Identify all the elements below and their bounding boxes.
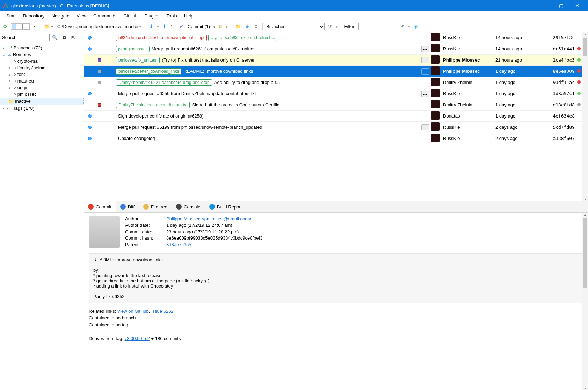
menu-plugins[interactable]: Plugins (142, 13, 162, 19)
author-date-label: Author date: (125, 222, 164, 228)
tab-file-tree[interactable]: File tree (139, 201, 172, 212)
commit-row[interactable]: pmiossec/fix_unittest(Try to) Fix unit t… (84, 55, 588, 66)
github-icon: ○ (13, 58, 16, 64)
menu-start[interactable]: Start (3, 13, 19, 19)
tab-commit[interactable]: Commit (84, 201, 116, 212)
commit-row[interactable]: 5834-skip-grid-refresh-after-navigationa… (84, 32, 588, 43)
commit-row[interactable]: Sign developer certifciate of origin (#6… (84, 111, 588, 122)
author-link[interactable]: Philippe Miossec <pmiossec@gmail.com> (166, 216, 252, 221)
commit-row[interactable]: DmitryZhelnin/fix-6221-dashboard-drag-an… (84, 77, 588, 88)
more-button[interactable]: … (421, 68, 429, 75)
detail-scrollbar[interactable] (582, 213, 588, 390)
layout-buttons[interactable] (11, 23, 30, 30)
branches-filter-icon[interactable]: ⧩ (327, 23, 333, 30)
commit-dropdown[interactable] (213, 24, 215, 29)
pull-icon[interactable]: ⬇ (148, 23, 154, 30)
close-button[interactable]: ✕ (569, 0, 585, 11)
commit-row[interactable]: origin/masterMerge pull request #6261 fr… (84, 43, 588, 55)
commit-row[interactable]: Merge pull request #6259 from DmitryZhel… (84, 88, 588, 99)
cloud-icon: ☁ (7, 52, 12, 57)
refs: 5834-skip-grid-refresh-after-navigationa… (115, 35, 277, 41)
sidebar: Search: 🔍 ⧉ ⇱ ⎇ Branches (72) ☁ Remotes … (0, 32, 84, 390)
more-button[interactable]: … (421, 46, 429, 52)
commit-row[interactable]: Update changelogRussKie2 days agoa338f60… (84, 133, 588, 144)
more-button[interactable]: … (421, 57, 429, 63)
pull-dropdown[interactable] (157, 24, 159, 29)
filter-dropdown[interactable] (408, 24, 410, 29)
repo-path[interactable]: C:\Development\gitextensions\ (57, 24, 122, 29)
minimize-button[interactable]: ─ (537, 0, 553, 11)
menu-navigate[interactable]: Navigate (49, 13, 72, 19)
commit-row[interactable]: Merge pull request #6199 from pmiossec/s… (84, 122, 588, 133)
commit-row[interactable]: pmiossec/better_download_linksREADME: Im… (84, 66, 588, 77)
derives-tag-link[interactable]: v3.00.00-rc2 (125, 336, 150, 341)
search-input[interactable] (20, 34, 50, 41)
cmd-icon[interactable]: ◆ (244, 23, 251, 30)
remote-origin[interactable]: ○origin (0, 84, 84, 91)
tree-inactive[interactable]: 📁 Inactive (0, 98, 84, 105)
hash-cell: e18c8fd8 (546, 102, 576, 107)
parent-link[interactable]: 3d8a57c155 (166, 242, 191, 247)
target-icon[interactable]: ◉ (412, 23, 419, 30)
avatar-cell (431, 89, 442, 98)
ref-tag[interactable]: pmiossec/better_download_links (116, 68, 181, 75)
refresh-icon[interactable]: ⟳ (2, 23, 9, 30)
push-icon[interactable]: ⬆ (161, 23, 168, 30)
copy-icon[interactable]: ⧉ (60, 35, 68, 40)
branches-select[interactable] (290, 23, 325, 30)
tree-tags[interactable]: 🏷 Tags (170) (0, 105, 84, 112)
settings-icon[interactable]: ⚙ (253, 23, 260, 30)
tree-collapse-icon[interactable]: ⇱ (69, 35, 77, 40)
commit-scrollbar[interactable] (582, 32, 588, 201)
tree-branches[interactable]: ⎇ Branches (72) (0, 44, 84, 51)
branch-selector[interactable]: master (124, 24, 142, 29)
browse-icon[interactable]: 📁 (234, 23, 242, 30)
maximize-button[interactable]: ▢ (553, 0, 569, 11)
more-button[interactable]: … (421, 91, 429, 97)
stash-icon[interactable]: ⧉ (217, 23, 223, 30)
more-button[interactable]: … (421, 124, 429, 130)
graph-column (84, 99, 115, 110)
view-on-github-link[interactable]: View on GitHub (117, 309, 149, 314)
build-report-tab-icon (209, 204, 215, 210)
branches-filter-dropdown[interactable] (335, 24, 338, 29)
ref-tag[interactable]: pmiossec/fix_unittest (116, 57, 160, 63)
menu-tools[interactable]: Tools (164, 13, 180, 19)
commit-row[interactable]: DmitryZhelnin/update-contributors-txtSig… (84, 99, 588, 111)
remote-pmiossec[interactable]: ○pmiossec (0, 91, 84, 98)
tab-console[interactable]: Console (172, 201, 205, 212)
menu-repository[interactable]: Repository (20, 13, 47, 19)
commit-status-icon[interactable]: ✔ (178, 23, 185, 30)
search-icon[interactable]: 🔍 (51, 35, 59, 40)
filter-input[interactable] (358, 23, 397, 30)
tree-remotes[interactable]: ☁ Remotes (0, 51, 84, 58)
author-cell: Dmitry Zhelnin (442, 80, 494, 85)
layout-dropdown[interactable] (32, 24, 37, 29)
menu-view[interactable]: View (74, 13, 89, 19)
remote-fork[interactable]: ○fork (0, 71, 84, 78)
commit-list[interactable]: 5834-skip-grid-refresh-after-navigationa… (84, 32, 588, 201)
author-cell: RussKie (442, 136, 494, 141)
remote-crypto-rsa[interactable]: ○crypto-rsa (0, 58, 84, 64)
filter-icon[interactable]: ⧩ (399, 23, 406, 30)
stash-dropdown[interactable] (225, 24, 228, 29)
tab-diff[interactable]: Diff (116, 201, 139, 212)
commit-message-cell: Merge pull request #6259 from DmitryZhel… (116, 91, 421, 96)
commit-button[interactable]: Commit (1) (187, 24, 211, 29)
ref-tag[interactable]: DmitryZhelnin/fix-6221-dashboard-drag-an… (116, 79, 212, 86)
remote-DmitryZhelnin[interactable]: ○DmitryZhelnin (0, 64, 84, 71)
menu-help[interactable]: Help (181, 13, 196, 19)
tab-build-report[interactable]: Build Report (205, 201, 247, 212)
menu-commands[interactable]: Commands (90, 13, 119, 19)
ref-tag[interactable]: crypto-rsa/5834-skip-grid-refresh... (208, 35, 277, 41)
ref-tag[interactable]: origin/master (116, 46, 150, 52)
graph-node (98, 58, 101, 62)
remote-mast-eu[interactable]: ○mast-eu (0, 78, 84, 84)
open-repo-icon[interactable]: 📁 (43, 23, 55, 30)
window-title: gitextensions (master) - Git Extensions … (11, 3, 109, 8)
avatar (431, 100, 440, 108)
issue-link[interactable]: Issue 6252 (151, 309, 174, 314)
menu-github[interactable]: GitHub (121, 13, 140, 19)
ref-tag[interactable]: DmitryZhelnin/update-contributors-txt (116, 102, 190, 108)
ref-tag[interactable]: 5834-skip-grid-refresh-after-navigationa… (116, 35, 207, 41)
